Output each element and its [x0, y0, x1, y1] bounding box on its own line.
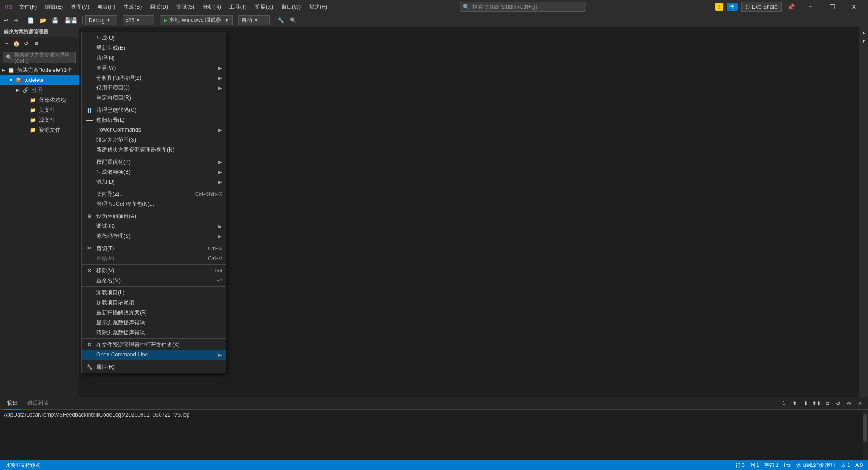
menu-view[interactable]: 视图(V): [67, 1, 93, 13]
menu-item-showdberr[interactable]: 显示浏览数据库错误: [82, 318, 226, 328]
tree-item-source[interactable]: 📁 源文件: [0, 115, 79, 125]
menu-item-formatsel[interactable]: {} 清理已选代码(C): [82, 105, 226, 115]
menu-analyze[interactable]: 分析(N): [199, 1, 225, 13]
toolbar-btn-extra2[interactable]: 🔍: [288, 15, 298, 25]
menu-test[interactable]: 测试(S): [173, 1, 198, 13]
menu-item-projectonly[interactable]: 仅用于项目(J) ▶: [82, 83, 226, 93]
menu-item-scopeto[interactable]: 限定为此范围(S): [82, 135, 226, 145]
status-col[interactable]: 列 1: [748, 462, 761, 469]
save-all-button[interactable]: 💾💾: [62, 15, 80, 25]
live-share-button[interactable]: ⟨⟩ Live Share: [741, 2, 782, 12]
status-warnings[interactable]: ⚠ 1: [840, 462, 852, 468]
status-line[interactable]: 行 3: [734, 462, 746, 469]
menu-item-paste[interactable]: 粘贴(P) Ctrl+V: [82, 253, 226, 263]
menu-item-add[interactable]: 添加(D) ▶: [82, 177, 226, 187]
save-button[interactable]: 💾: [50, 15, 61, 25]
menu-tools[interactable]: 工具(T): [226, 1, 250, 13]
bottom-panel-pin[interactable]: ⊕: [844, 399, 854, 408]
menu-item-cleardberr[interactable]: 清除浏览数据库错误: [82, 328, 226, 337]
solution-search[interactable]: 🔍 搜索解决方案资源管理器(Ctrl-;): [3, 52, 76, 63]
bottom-panel-toolbar-btn5[interactable]: ≡: [823, 399, 832, 408]
new-file-button[interactable]: 📄: [26, 15, 36, 25]
right-panel-btn1[interactable]: ▲: [860, 29, 868, 36]
platform-dropdown[interactable]: x86 ▼: [123, 15, 154, 25]
menu-item-nuget[interactable]: 管理 NuGet 程序包(N)...: [82, 199, 226, 209]
menu-item-remove[interactable]: ✕ 移除(V) Del: [82, 266, 226, 275]
menu-project[interactable]: 项目(P): [94, 1, 119, 13]
bottom-tab-errors[interactable]: 错误列表: [24, 397, 52, 410]
minimize-button[interactable]: －: [800, 0, 821, 14]
redo-button[interactable]: ↪: [12, 15, 20, 25]
menu-item-cut[interactable]: ✂ 剪切(T) Ctrl+X: [82, 243, 226, 253]
bottom-panel-toolbar-btn2[interactable]: ⬆: [790, 399, 799, 408]
status-sourcectrl[interactable]: 添加到源代码管理: [794, 462, 838, 469]
menu-item-sourcectrl[interactable]: 源代码管理(S) ▶: [82, 231, 226, 241]
restore-button[interactable]: ❐: [822, 0, 843, 14]
menu-item-startup[interactable]: ⚙ 设为启动项目(A): [82, 211, 226, 221]
scrollbar-thumb[interactable]: [863, 414, 867, 442]
menu-edit[interactable]: 编辑(E): [41, 1, 66, 13]
lang-badge: 中: [727, 3, 738, 11]
bottom-panel-toolbar-btn3[interactable]: ⬇: [801, 399, 810, 408]
bottom-tab-output[interactable]: 输出: [4, 397, 22, 410]
tree-item-solution[interactable]: ▶ 📋 解决方案"todelete"(1个: [0, 65, 79, 75]
menu-item-rename[interactable]: 重命名(M) F2: [82, 275, 226, 285]
menu-window[interactable]: 窗口(W): [278, 1, 304, 13]
menu-item-clean[interactable]: 清理(N): [82, 53, 226, 63]
menu-item-configopt[interactable]: 按配置优化(P) ▶: [82, 157, 226, 167]
right-panel-btn2[interactable]: ▼: [860, 37, 868, 44]
tree-item-resources[interactable]: 📁 资源文件: [0, 125, 79, 135]
menu-item-analyze[interactable]: 分析和代码清理(Z) ▶: [82, 73, 226, 83]
toolbar-btn-extra1[interactable]: 🔧: [276, 15, 286, 25]
menu-file[interactable]: 文件(F): [15, 1, 40, 13]
status-ins[interactable]: Ins: [782, 462, 793, 468]
menu-item-powercommands[interactable]: Power Commands ▶: [82, 125, 226, 135]
pin-button[interactable]: 📌: [785, 2, 797, 12]
undo-button[interactable]: ↩: [2, 15, 10, 25]
status-errors[interactable]: A 0: [854, 462, 864, 468]
menu-extensions[interactable]: 扩展(X): [251, 1, 277, 13]
rename-shortcut: F2: [216, 278, 222, 283]
status-char[interactable]: 字符 1: [763, 462, 780, 469]
debug-config-dropdown[interactable]: Debug ▼: [85, 15, 117, 25]
menu-help[interactable]: 帮助(H): [305, 1, 331, 13]
bottom-panel-toolbar-btn4[interactable]: ⬆⬇: [812, 399, 821, 408]
menu-item-deps[interactable]: 生成依赖项(B) ▶: [82, 167, 226, 177]
tree-item-project[interactable]: ▼ 📦 todelete: [0, 75, 79, 85]
sync-button[interactable]: ↔: [2, 39, 11, 48]
tree-item-external[interactable]: 📁 外部依赖项: [0, 95, 79, 105]
menu-item-rescan[interactable]: 重新扫描解决方案(S): [82, 308, 226, 318]
tree-item-refs[interactable]: ▶ 🔗 引用: [0, 85, 79, 95]
menu-item-classwiz[interactable]: 类向导(Z)... Ctrl+Shift+X: [82, 189, 226, 199]
menu-item-collapse[interactable]: — 递归折叠(L): [82, 115, 226, 125]
collapse-all-button[interactable]: ≡: [32, 39, 41, 48]
menu-item-view[interactable]: 查看(W) ▶: [82, 63, 226, 73]
close-button[interactable]: ✕: [844, 0, 864, 14]
menu-debug[interactable]: 调试(D): [146, 1, 172, 13]
menu-item-opencmd[interactable]: Open Command Line ▶: [82, 350, 226, 360]
home-button[interactable]: 🏠: [12, 39, 21, 48]
bottom-panel-toolbar-btn6[interactable]: ↺: [834, 399, 843, 408]
status-nosupport[interactable]: 此项不支持预览: [4, 462, 42, 469]
search-box[interactable]: 🔍 搜索 Visual Studio (Ctrl+Q): [460, 2, 586, 12]
menu-item-build[interactable]: 生成(U): [82, 33, 226, 43]
run-config-dropdown[interactable]: 自动 ▼: [238, 15, 270, 25]
menu-item-retarget[interactable]: 重定向项目(R): [82, 93, 226, 103]
bottom-panel-toolbar-btn1[interactable]: ⤵: [779, 399, 788, 408]
toolbar: ↩ ↪ 📄 📂 💾 💾💾 Debug ▼ x86 ▼ ▶ 本地 Windows …: [0, 14, 868, 27]
menu-item-refdeps[interactable]: 加载项目依赖项: [82, 298, 226, 308]
bottom-panel-close[interactable]: ✕: [855, 399, 864, 408]
menu-item-unload[interactable]: 卸载项目(L): [82, 288, 226, 298]
menu-item-rebuild[interactable]: 重新生成(E): [82, 43, 226, 53]
run-button[interactable]: ▶ 本地 Windows 调试器 ▼: [160, 15, 233, 25]
menu-item-openinfolder[interactable]: ↻ 在文件资源管理器中打开文件夹(X): [82, 340, 226, 350]
menu-item-newsln[interactable]: 新建解决方案资源管理器视图(N): [82, 145, 226, 155]
refresh-button[interactable]: ↺: [22, 39, 31, 48]
menu-build[interactable]: 生成(B): [120, 1, 145, 13]
menu-item-debug-sub[interactable]: 调试(G) ▶: [82, 221, 226, 231]
open-file-button[interactable]: 📂: [38, 15, 48, 25]
scrollbar-track[interactable]: [863, 410, 868, 460]
source-icon: 📁: [30, 117, 37, 123]
menu-item-properties[interactable]: 🔧 属性(R): [82, 362, 226, 372]
tree-item-headers[interactable]: 📁 头文件: [0, 105, 79, 115]
